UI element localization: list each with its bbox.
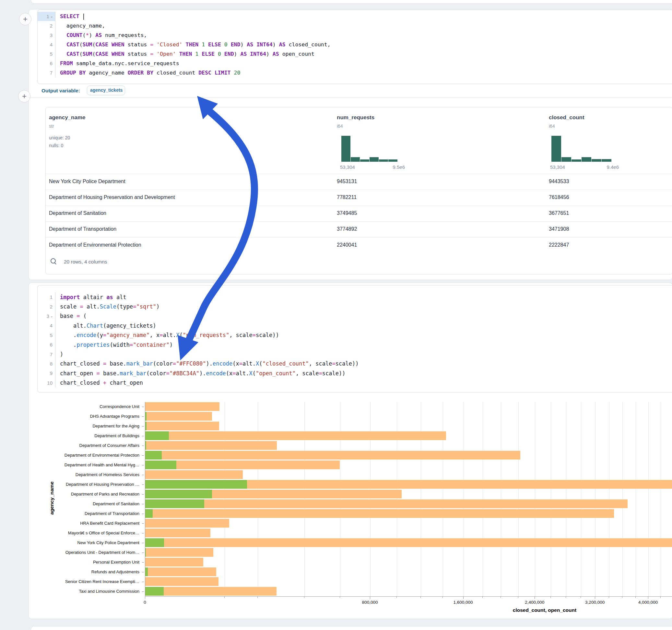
- histogram-num-requests: [341, 136, 398, 162]
- column-header-num-requests: num_requests: [337, 114, 375, 121]
- histogram-labels-num-requests: 53,3049.5e6: [340, 164, 405, 170]
- code-line[interactable]: 6 .properties(width="container"): [38, 340, 672, 349]
- table-row: New York City Police Department945313194…: [46, 174, 672, 190]
- output-variable-label: Output variable:: [42, 88, 80, 94]
- column-type-num-requests: i64: [337, 123, 343, 129]
- column-header-agency: agency_name: [49, 114, 85, 121]
- table-row: Department of Sanitation37494853677651: [46, 205, 672, 222]
- column-type-closed-count: i64: [549, 123, 555, 129]
- dataframe-preview: agency_name str unique: 20nulls: 0 num_r…: [45, 107, 672, 274]
- fold-chevron-icon[interactable]: ⌄: [50, 314, 53, 318]
- code-line[interactable]: 3⌄base = (: [38, 311, 672, 321]
- column-header-closed-count: closed_count: [549, 114, 584, 121]
- code-line[interactable]: 1import altair as alt: [38, 292, 672, 302]
- code-line[interactable]: 2scale = alt.Scale(type="sqrt"): [38, 302, 672, 311]
- search-icon[interactable]: [50, 258, 57, 265]
- code-line[interactable]: 6FROM sample_data.nyc.service_requests: [38, 59, 672, 68]
- table-row: Department of Transportation377489234719…: [46, 221, 672, 238]
- code-line[interactable]: 7): [38, 349, 672, 359]
- sql-editor[interactable]: 1⌄SELECT 2 agency_name,3 COUNT(*) AS num…: [37, 10, 672, 84]
- table-row: Department of Environmental Protection22…: [46, 237, 672, 253]
- notebook-page: { "colors": { "closed_bar": "#FFC080", "…: [0, 0, 672, 630]
- next-cell-edge: [31, 626, 672, 630]
- table-footer: 20 rows, 4 columns: [64, 259, 107, 265]
- histogram-closed-count: [551, 136, 611, 162]
- histogram-labels-closed-count: 53,3049.4e6: [550, 164, 619, 170]
- output-divider: [29, 98, 672, 98]
- add-cell-button-output[interactable]: +: [18, 90, 30, 102]
- code-line[interactable]: 10chart_closed + chart_open: [38, 378, 672, 388]
- code-line[interactable]: 4 CAST(SUM(CASE WHEN status = 'Closed' T…: [38, 40, 672, 49]
- fold-chevron-icon[interactable]: ⌄: [50, 14, 53, 19]
- code-line[interactable]: 9chart_open = base.mark_bar(color="#8BC3…: [38, 368, 672, 378]
- add-cell-button-top[interactable]: +: [19, 13, 31, 25]
- column-type-agency: str: [49, 123, 54, 129]
- code-line[interactable]: 4 alt.Chart(agency_tickets): [38, 321, 672, 330]
- code-line[interactable]: 3 COUNT(*) AS num_requests,: [38, 30, 672, 40]
- previous-cell-edge: [31, 0, 672, 4]
- code-line[interactable]: 5 CAST(SUM(CASE WHEN status = 'Open' THE…: [38, 49, 672, 59]
- code-line[interactable]: 5 .encode(y="agency_name", x=alt.X("num_…: [38, 331, 672, 340]
- code-line[interactable]: 1⌄SELECT: [38, 12, 672, 21]
- code-line[interactable]: 8chart_closed = base.mark_bar(color="#FF…: [38, 359, 672, 368]
- python-editor[interactable]: 1import altair as alt2scale = alt.Scale(…: [37, 285, 672, 392]
- output-variable-pill[interactable]: agency_tickets: [87, 86, 125, 95]
- code-line[interactable]: 7GROUP BY agency_name ORDER BY closed_co…: [38, 68, 672, 77]
- table-row: Department of Housing Preservation and D…: [46, 190, 672, 206]
- column-meta-agency: unique: 20nulls: 0: [49, 134, 70, 149]
- code-line[interactable]: 2 agency_name,: [38, 21, 672, 30]
